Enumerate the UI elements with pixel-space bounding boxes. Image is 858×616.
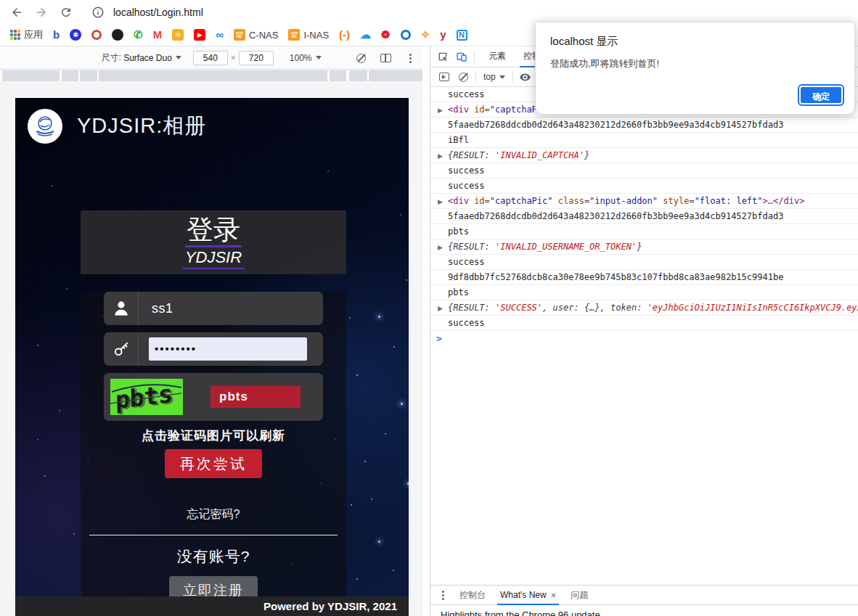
huawei-icon[interactable]: ❁ <box>381 29 391 41</box>
baidu-paw-icon[interactable]: ✽ <box>70 29 81 41</box>
retry-button[interactable]: 再次尝试 <box>165 449 262 478</box>
back-icon[interactable] <box>9 4 25 20</box>
notion-icon[interactable]: N <box>457 30 467 41</box>
eye-icon[interactable] <box>516 67 535 86</box>
forward-icon[interactable] <box>33 4 49 20</box>
bing-icon[interactable]: b <box>53 29 60 41</box>
login-panel: 登录 YDJSIR ss1 •••••••• <box>81 210 346 596</box>
apps-grid-icon[interactable]: 应用 <box>10 28 43 41</box>
gmail-icon: M <box>153 29 163 41</box>
media-query-ruler[interactable] <box>0 70 422 81</box>
drawer-tab-问题[interactable]: 问题 <box>563 586 595 605</box>
rotate-disabled-icon[interactable] <box>354 52 367 65</box>
device-select[interactable]: Surface Duo <box>123 53 172 63</box>
device-toolbar-menu-icon[interactable] <box>404 52 417 65</box>
username-field[interactable]: ss1 <box>152 301 173 316</box>
inas-icon[interactable]: cuteMEI-NAS <box>288 29 329 41</box>
mail-icon: ✉ <box>172 29 184 41</box>
youtube-icon: ▶ <box>194 29 205 41</box>
wechat-call-icon[interactable]: ✆ <box>134 29 143 41</box>
inas-icon: cuteME <box>288 29 300 41</box>
chevron-down-icon <box>176 56 181 59</box>
blue-ring-icon <box>401 30 411 40</box>
zoom-select[interactable]: 100% <box>290 53 312 63</box>
divider <box>475 71 476 83</box>
expand-triangle-icon[interactable]: ▶ <box>438 303 443 314</box>
drawer-tab-控制台[interactable]: 控制台 <box>452 586 493 605</box>
wechat-call-icon: ✆ <box>134 29 143 41</box>
gmail-icon[interactable]: M <box>153 29 163 41</box>
devtools-panel: 元素控制台 top success▶<div id="captchaPic" c… <box>430 46 858 616</box>
console-message: ▶{RESULT: 'INVALID_USERNAME_OR_TOKEN'} <box>430 239 858 255</box>
forgot-password-link[interactable]: 忘记密码? <box>81 507 346 522</box>
chevron-down-icon <box>316 56 322 59</box>
console-message: pbts <box>430 224 858 239</box>
red-swirl-icon[interactable] <box>91 30 102 40</box>
wings-icon[interactable]: y <box>440 29 446 41</box>
drawer-menu-icon[interactable] <box>433 586 452 604</box>
console-message: 5faaedb7268ddcdb0d2d643a48230212d2660fb3… <box>430 118 858 133</box>
console-prompt[interactable]: > <box>430 331 858 337</box>
console-message: iBfl <box>430 133 858 148</box>
blue-ring-icon[interactable] <box>401 30 411 40</box>
sparkle-icon: ✧ <box>421 29 430 41</box>
size-label: 尺寸: <box>101 52 120 64</box>
bookmark-label: C-NAS <box>249 30 278 41</box>
viewport-width-input[interactable]: 540 <box>193 51 228 65</box>
console-message: ▶<div id="captchaPic" class="input-addon… <box>430 194 858 209</box>
expand-triangle-icon[interactable]: ▶ <box>438 197 443 208</box>
no-account-label: 没有账号? <box>81 546 346 567</box>
drawer-tab-What's New[interactable]: What's New× <box>493 586 563 605</box>
divider <box>89 535 338 535</box>
console-message: success <box>430 163 858 178</box>
divider <box>512 71 513 83</box>
cnas-icon[interactable]: cuteMEC-NAS <box>234 29 278 41</box>
address-bar-url[interactable]: localhost/Login.html <box>113 7 203 18</box>
baidu-paw-icon: ✽ <box>70 29 81 41</box>
reload-icon[interactable] <box>58 4 74 20</box>
username-row: ss1 <box>104 292 323 325</box>
captcha-row: pbts pbts pbts <box>104 373 323 421</box>
device-emulation-panel: 尺寸: Surface Duo 540 × 720 100% <box>0 46 422 616</box>
prompt-chevron-icon: > <box>436 333 442 344</box>
code-brackets-icon[interactable]: (-) <box>339 29 350 41</box>
console-message: 5faaedb7268ddcdb0d2d643a48230212d2660fb3… <box>430 209 858 224</box>
site-logo[interactable] <box>28 109 62 144</box>
viewport-height-input[interactable]: 720 <box>239 51 274 65</box>
login-subheading: YDJSIR <box>182 247 245 269</box>
page-info-icon[interactable] <box>90 4 106 20</box>
console-sidebar-icon[interactable] <box>435 67 454 86</box>
inspect-element-icon[interactable] <box>433 47 452 66</box>
captcha-hint: 点击验证码图片可以刷新 <box>81 427 346 444</box>
dual-screen-icon[interactable] <box>379 52 392 65</box>
sparkle-icon[interactable]: ✧ <box>421 29 430 41</box>
device-toolbar-toggle-icon[interactable] <box>452 47 471 66</box>
password-field[interactable]: •••••••• <box>149 337 307 361</box>
devtools-tab-元素[interactable]: 元素 <box>482 46 512 67</box>
expand-triangle-icon[interactable]: ▶ <box>438 105 443 116</box>
dialog-ok-button[interactable]: 确定 <box>799 86 843 104</box>
close-icon[interactable]: × <box>551 591 557 600</box>
dolphin-icon[interactable]: ∞ <box>216 29 224 41</box>
browser-navigation-bar: localhost/Login.html <box>0 0 858 24</box>
clear-console-icon[interactable] <box>454 67 473 86</box>
site-header: YDJSIR:相册 <box>15 98 409 155</box>
cloud-icon: ☁ <box>360 29 371 41</box>
cloud-icon[interactable]: ☁ <box>360 29 371 41</box>
password-row: •••••••• <box>104 332 323 366</box>
mail-icon[interactable]: ✉ <box>172 29 184 41</box>
bing-icon: b <box>53 29 60 41</box>
chevron-down-icon <box>499 75 505 79</box>
apps-label: 应用 <box>24 28 43 41</box>
captcha-input[interactable]: pbts <box>211 386 301 408</box>
expand-triangle-icon[interactable]: ▶ <box>438 242 443 253</box>
youtube-icon[interactable]: ▶ <box>194 29 205 41</box>
console-message: success <box>430 178 858 194</box>
page-footer: Powered by YDJSIR, 2021 <box>15 596 409 616</box>
console-message: success <box>430 255 858 270</box>
expand-triangle-icon[interactable]: ▶ <box>438 151 443 162</box>
device-toolbar: 尺寸: Surface Duo 540 × 720 100% <box>0 46 422 70</box>
github-icon[interactable] <box>112 29 123 41</box>
execution-context-selector[interactable]: top <box>483 72 505 82</box>
captcha-image[interactable]: pbts pbts <box>110 379 183 415</box>
